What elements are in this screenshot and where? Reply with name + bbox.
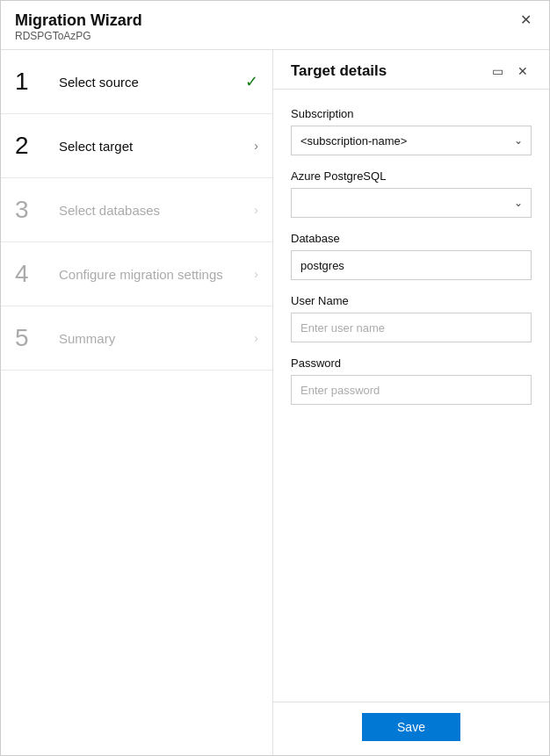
- password-label: Password: [291, 356, 532, 370]
- window-subtitle: RDSPGToAzPG: [15, 30, 142, 42]
- step-5-chevron-icon: ›: [254, 331, 258, 345]
- maximize-button[interactable]: ▭: [488, 63, 507, 79]
- username-field-group: User Name: [291, 294, 532, 342]
- right-panel-title: Target details: [291, 62, 387, 80]
- username-input[interactable]: [291, 313, 532, 342]
- step-5-label: Summary: [59, 331, 247, 346]
- step-3-label: Select databases: [59, 203, 247, 218]
- save-button[interactable]: Save: [362, 713, 460, 741]
- step-2-chevron-icon: ›: [254, 139, 258, 153]
- right-panel: Target details ▭ ✕ Subscription <subscri…: [273, 50, 549, 755]
- subscription-select-wrapper: <subscription-name> ⌄: [291, 126, 532, 155]
- step-5-number: 5: [15, 326, 47, 350]
- azure-postgresql-field-group: Azure PostgreSQL ⌄: [291, 169, 532, 218]
- step-1-label: Select source: [59, 75, 238, 90]
- subscription-select[interactable]: <subscription-name>: [291, 126, 532, 155]
- right-panel-close-button[interactable]: ✕: [514, 63, 532, 79]
- step-3-chevron-icon: ›: [254, 203, 258, 217]
- right-panel-body: Subscription <subscription-name> ⌄ Azure…: [273, 90, 549, 702]
- database-field-group: Database: [291, 232, 532, 280]
- step-4-number: 4: [15, 262, 47, 286]
- steps-filler: [1, 371, 272, 755]
- step-3-number: 3: [15, 198, 47, 222]
- username-label: User Name: [291, 294, 532, 307]
- step-4-label: Configure migration settings: [59, 267, 247, 282]
- step-2-number: 2: [15, 133, 47, 158]
- subscription-label: Subscription: [291, 107, 532, 120]
- azure-postgresql-select[interactable]: [291, 188, 532, 218]
- step-5[interactable]: 5 Summary ›: [1, 306, 272, 371]
- password-field-group: Password: [291, 356, 532, 405]
- step-4[interactable]: 4 Configure migration settings ›: [1, 242, 272, 306]
- subscription-field-group: Subscription <subscription-name> ⌄: [291, 107, 532, 155]
- steps-panel: 1 Select source ✓ 2 Select target › 3 Se…: [1, 50, 273, 755]
- title-bar: Migration Wizard RDSPGToAzPG ✕: [1, 1, 549, 50]
- title-bar-left: Migration Wizard RDSPGToAzPG: [15, 11, 142, 42]
- azure-postgresql-select-wrapper: ⌄: [291, 188, 532, 218]
- right-panel-footer: Save: [273, 702, 549, 755]
- window-close-button[interactable]: ✕: [517, 11, 535, 29]
- migration-wizard-window: Migration Wizard RDSPGToAzPG ✕ 1 Select …: [0, 0, 550, 756]
- step-1-check-icon: ✓: [245, 72, 258, 91]
- step-1-number: 1: [15, 69, 47, 94]
- content-area: 1 Select source ✓ 2 Select target › 3 Se…: [1, 50, 549, 755]
- step-2-label: Select target: [59, 139, 247, 154]
- step-4-chevron-icon: ›: [254, 267, 258, 281]
- right-panel-header: Target details ▭ ✕: [273, 50, 549, 90]
- step-1[interactable]: 1 Select source ✓: [1, 50, 272, 114]
- right-header-icons: ▭ ✕: [488, 63, 532, 79]
- window-title: Migration Wizard: [15, 11, 142, 30]
- database-label: Database: [291, 232, 532, 245]
- step-2[interactable]: 2 Select target ›: [1, 114, 272, 178]
- password-input[interactable]: [291, 375, 532, 405]
- database-input[interactable]: [291, 250, 532, 280]
- azure-postgresql-label: Azure PostgreSQL: [291, 169, 532, 183]
- step-3[interactable]: 3 Select databases ›: [1, 178, 272, 242]
